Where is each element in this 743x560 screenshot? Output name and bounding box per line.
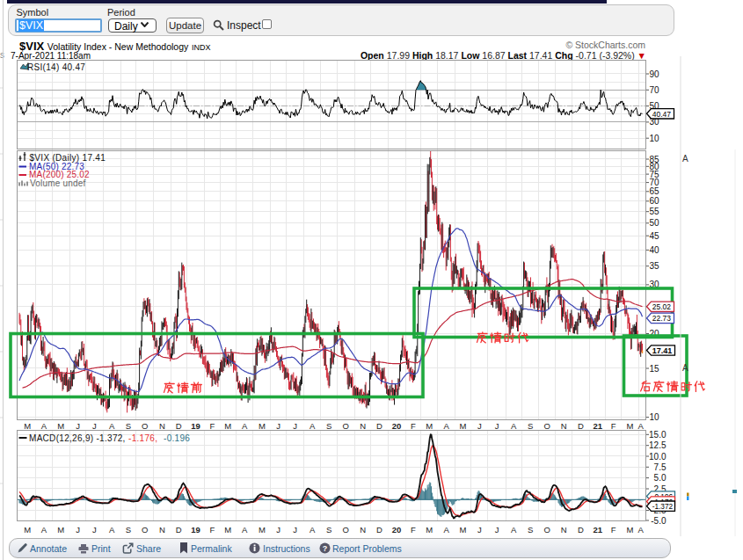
- svg-text:22.73: 22.73: [652, 314, 672, 323]
- svg-text:O: O: [343, 525, 349, 535]
- svg-text:J: J: [495, 421, 499, 431]
- svg-text:O: O: [544, 421, 550, 431]
- svg-text:F: F: [209, 421, 215, 431]
- svg-text:85: 85: [650, 155, 660, 164]
- svg-text:N: N: [561, 421, 567, 431]
- svg-text:F: F: [611, 421, 616, 431]
- svg-text:M: M: [426, 421, 433, 431]
- svg-text:M: M: [24, 421, 31, 431]
- svg-text:M: M: [224, 525, 231, 535]
- svg-text:70: 70: [650, 178, 660, 187]
- svg-text:A: A: [511, 421, 517, 431]
- svg-text:15: 15: [650, 364, 660, 374]
- svg-text:A: A: [109, 525, 115, 535]
- svg-text:F: F: [611, 525, 616, 535]
- svg-text:19: 19: [191, 421, 200, 431]
- svg-text:J: J: [92, 525, 97, 535]
- svg-text:J: J: [276, 421, 280, 431]
- svg-text:N: N: [360, 421, 366, 431]
- svg-text:-1.176,: -1.176,: [128, 433, 157, 443]
- svg-text:N: N: [561, 525, 567, 535]
- svg-text:D: D: [376, 525, 382, 535]
- svg-text:5.0: 5.0: [654, 473, 667, 483]
- svg-text:D: D: [176, 525, 182, 535]
- svg-text:A: A: [682, 154, 688, 164]
- svg-text:M: M: [57, 421, 64, 431]
- svg-text:O: O: [544, 525, 550, 535]
- svg-text:S: S: [326, 421, 331, 431]
- svg-text:M: M: [459, 525, 466, 535]
- svg-text:21: 21: [593, 421, 602, 431]
- svg-text:D: D: [578, 525, 584, 535]
- svg-text:D: D: [176, 421, 182, 431]
- svg-text:20: 20: [392, 525, 402, 535]
- svg-text:10: 10: [650, 134, 660, 143]
- svg-text:M: M: [57, 525, 64, 535]
- svg-text:J: J: [92, 421, 97, 431]
- svg-text:M: M: [426, 525, 433, 535]
- svg-text:J: J: [293, 421, 297, 431]
- svg-text:S: S: [126, 525, 131, 535]
- svg-text:10.0: 10.0: [649, 452, 667, 462]
- svg-text:S: S: [326, 525, 331, 535]
- svg-text:O: O: [343, 421, 349, 431]
- svg-text:F: F: [411, 525, 416, 535]
- svg-text:M: M: [224, 421, 231, 431]
- svg-text:A: A: [109, 421, 115, 431]
- svg-text:21: 21: [593, 525, 602, 535]
- svg-text:M: M: [459, 421, 466, 431]
- svg-text:55: 55: [650, 207, 660, 216]
- svg-text:M: M: [627, 525, 634, 535]
- svg-text:F: F: [209, 525, 215, 535]
- svg-text:A: A: [242, 421, 248, 431]
- svg-text:J: J: [495, 525, 499, 535]
- svg-text:12.5: 12.5: [649, 440, 667, 450]
- svg-text:10: 10: [650, 412, 660, 422]
- svg-text:20: 20: [392, 421, 402, 431]
- svg-text:15.0: 15.0: [649, 430, 667, 440]
- svg-text:M: M: [24, 525, 31, 535]
- svg-text:A: A: [443, 421, 449, 431]
- svg-text:A: A: [682, 363, 688, 373]
- svg-text:S: S: [528, 525, 533, 535]
- svg-text:40: 40: [650, 245, 660, 255]
- svg-text:J: J: [293, 525, 297, 535]
- svg-text:S: S: [528, 421, 533, 431]
- svg-text:D: D: [578, 421, 584, 431]
- svg-text:35: 35: [650, 261, 660, 271]
- svg-text:RSI(14) 40.47: RSI(14) 40.47: [27, 62, 85, 72]
- svg-text:S: S: [126, 421, 131, 431]
- svg-text:N: N: [360, 525, 366, 535]
- svg-text:25.02: 25.02: [652, 302, 672, 311]
- svg-text:19: 19: [191, 525, 200, 535]
- svg-text:A: A: [511, 525, 517, 535]
- svg-text:A: A: [41, 525, 47, 535]
- svg-text:A: A: [310, 525, 316, 535]
- svg-text:O: O: [142, 525, 148, 535]
- svg-text:?: ?: [323, 543, 328, 552]
- svg-text:A: A: [638, 525, 645, 535]
- svg-text:J: J: [477, 525, 482, 535]
- svg-text:A: A: [638, 421, 645, 431]
- svg-text:60: 60: [650, 196, 660, 206]
- svg-text:A: A: [310, 421, 316, 431]
- svg-text:70: 70: [650, 85, 660, 95]
- svg-text:J: J: [76, 421, 80, 431]
- svg-text:F: F: [411, 421, 416, 431]
- svg-text:A: A: [242, 525, 248, 535]
- svg-text:90: 90: [650, 69, 660, 79]
- svg-text:J: J: [477, 421, 482, 431]
- svg-text:N: N: [159, 421, 165, 431]
- svg-text:A: A: [41, 421, 47, 431]
- svg-text:65: 65: [650, 186, 660, 196]
- svg-text:MACD(12,26,9) -1.372,: MACD(12,26,9) -1.372,: [29, 433, 126, 443]
- svg-text:Volume undef: Volume undef: [30, 178, 86, 188]
- svg-text:D: D: [376, 421, 382, 431]
- svg-text:50: 50: [650, 218, 660, 228]
- svg-text:7.5: 7.5: [654, 462, 667, 472]
- svg-text:-1.372: -1.372: [652, 502, 674, 511]
- svg-text:-5.0: -5.0: [651, 516, 667, 526]
- svg-text:40.47: 40.47: [652, 110, 672, 119]
- svg-text:A: A: [443, 525, 449, 535]
- svg-text:J: J: [276, 525, 280, 535]
